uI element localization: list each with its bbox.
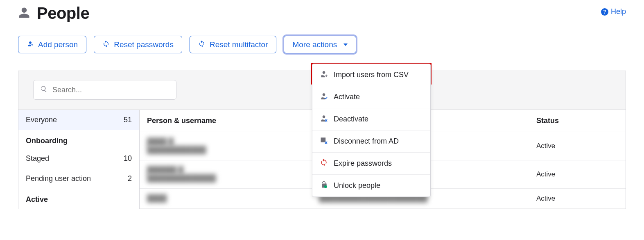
- reset-multifactor-button[interactable]: Reset multifactor: [190, 36, 277, 53]
- activate-label: Activate: [334, 93, 360, 101]
- chevron-down-icon: [343, 43, 348, 46]
- sidebar-item-label: Staged: [26, 154, 49, 163]
- unlock-icon: [320, 181, 328, 191]
- sidebar-item-count: 10: [124, 154, 132, 163]
- person-name: ████ █: [147, 138, 319, 146]
- status-cell: Active: [536, 142, 618, 150]
- svg-point-1: [324, 185, 327, 188]
- import-csv-label: Import users from CSV: [334, 71, 409, 79]
- refresh-icon: [102, 40, 110, 49]
- reset-passwords-label: Reset passwords: [114, 41, 174, 48]
- deactivate-item[interactable]: Deactivate: [312, 108, 430, 130]
- col-header-status: Status: [536, 117, 618, 125]
- toolbar: Add person Reset passwords Reset multifa…: [18, 36, 626, 53]
- help-link[interactable]: ? Help: [601, 7, 626, 16]
- sidebar-item-label: Pending user action: [26, 174, 91, 183]
- activate-icon: [320, 92, 328, 102]
- search-icon: [40, 85, 47, 94]
- status-cell: Active: [536, 194, 618, 203]
- col-header-person: Person & username: [147, 117, 319, 125]
- status-cell: Active: [536, 170, 618, 178]
- add-person-label: Add person: [38, 41, 78, 48]
- expire-passwords-label: Expire passwords: [334, 159, 392, 168]
- disconnect-ad-item[interactable]: Disconnect from AD: [312, 130, 430, 153]
- person-name: ██████ █: [147, 166, 319, 174]
- search-box[interactable]: [33, 80, 176, 100]
- expire-passwords-item[interactable]: Expire passwords: [312, 153, 430, 175]
- page-title: People: [37, 4, 89, 23]
- help-label: Help: [611, 7, 626, 16]
- person-username: ██████████████: [147, 174, 319, 183]
- help-icon: ?: [601, 8, 608, 16]
- add-person-icon: [27, 40, 34, 49]
- more-actions-menu: Import users from CSV Activate Deactivat…: [312, 64, 431, 197]
- sidebar-item-label: Everyone: [26, 116, 57, 124]
- person-username: ████████████: [147, 146, 319, 154]
- add-person-button[interactable]: Add person: [18, 36, 86, 53]
- sidebar-item-count: 2: [128, 174, 132, 183]
- deactivate-icon: [320, 114, 328, 124]
- deactivate-label: Deactivate: [334, 115, 368, 123]
- people-icon: [18, 7, 30, 21]
- more-actions-label: More actions: [292, 41, 337, 48]
- reset-multifactor-label: Reset multifactor: [210, 41, 268, 48]
- svg-rect-0: [321, 137, 326, 142]
- reset-passwords-button[interactable]: Reset passwords: [94, 36, 182, 53]
- filter-sidebar: Everyone 51 Onboarding Staged 10 Pending…: [18, 110, 140, 209]
- activate-item[interactable]: Activate: [312, 86, 430, 108]
- disconnect-ad-label: Disconnect from AD: [334, 137, 399, 146]
- sidebar-item-everyone[interactable]: Everyone 51: [18, 110, 139, 130]
- sidebar-item-pending[interactable]: Pending user action 2: [18, 169, 139, 189]
- sidebar-item-staged[interactable]: Staged 10: [18, 149, 139, 169]
- sidebar-header-onboarding: Onboarding: [18, 130, 139, 149]
- import-csv-item[interactable]: Import users from CSV: [312, 64, 430, 86]
- more-actions-button[interactable]: More actions: [284, 36, 356, 53]
- disconnect-icon: [320, 136, 328, 146]
- sidebar-header-active: Active: [18, 189, 139, 207]
- person-name: ████: [147, 194, 319, 203]
- search-input[interactable]: [52, 85, 169, 95]
- import-user-icon: [320, 70, 328, 80]
- expire-icon: [320, 158, 328, 169]
- unlock-people-item[interactable]: Unlock people: [312, 175, 430, 197]
- unlock-people-label: Unlock people: [334, 181, 380, 190]
- refresh-icon: [198, 40, 206, 49]
- sidebar-item-count: 51: [124, 116, 132, 124]
